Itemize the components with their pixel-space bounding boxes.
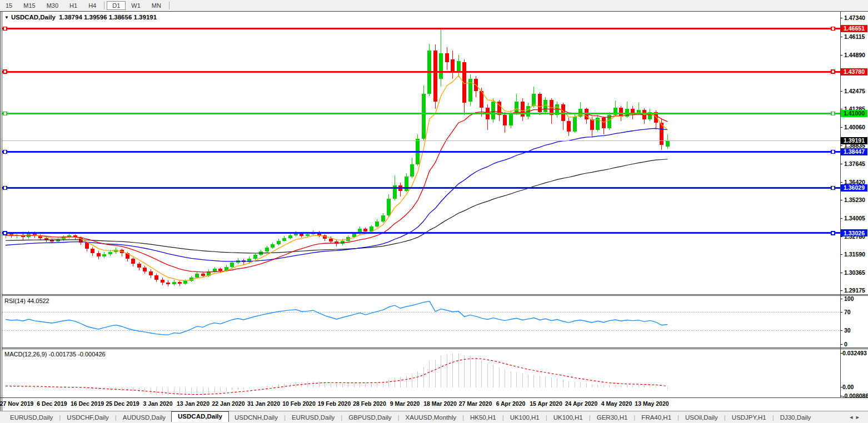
chart-title-ohlc: 1.38794 1.39596 1.38656 1.39191 xyxy=(59,14,157,21)
price-axis-label: 1.31590 xyxy=(844,251,865,258)
current-price-tag: 1.39191 xyxy=(841,137,867,144)
time-axis-label: 31 Jan 2020 xyxy=(247,400,280,407)
rsi-axis-label: 70 xyxy=(844,309,851,315)
chart-tab-dj30-15[interactable]: DJ30,Daily xyxy=(775,413,817,422)
price-axis-label: 1.47340 xyxy=(844,14,865,21)
macd-name: MACD(12,26,9) xyxy=(4,351,47,357)
level-price-tag: 1.38447 xyxy=(841,148,867,155)
time-axis-label: 4 May 2020 xyxy=(601,400,632,407)
rsi-axis-label: 30 xyxy=(844,327,851,334)
chart-title-symbol: USDCAD,Daily xyxy=(11,14,56,21)
macd-axis-label: 0.00 xyxy=(842,384,854,390)
price-axis-label: 1.34005 xyxy=(844,215,865,221)
chart-tab-xauusd-7[interactable]: XAUUSD,Monthly xyxy=(400,413,462,422)
tab-scroll-left-icon[interactable]: ◂ xyxy=(850,414,856,420)
time-axis-label: 15 Apr 2020 xyxy=(530,400,562,407)
level-price-tag: 1.33026 xyxy=(841,229,867,236)
time-axis-label: 24 Apr 2020 xyxy=(565,400,598,407)
symbol-dropdown-icon[interactable]: ▼ xyxy=(4,15,9,20)
time-axis-label: 27 Nov 2019 xyxy=(0,400,34,407)
rsi-axis-label: 100 xyxy=(844,295,854,302)
chart-tab-usdjpy-14[interactable]: USDJPY,H1 xyxy=(726,413,772,422)
rsi-value: 44.0522 xyxy=(27,298,49,304)
macd-indicator-label: MACD(12,26,9) -0.001735 -0.000426 xyxy=(4,351,106,357)
time-axis-label: 28 Feb 2020 xyxy=(353,400,386,407)
level-price-tag: 1.43780 xyxy=(841,68,867,75)
time-axis-label: 16 Dec 2019 xyxy=(71,400,104,407)
price-axis-label: 1.42475 xyxy=(844,88,865,94)
rsi-indicator-label: RSI(14) 44.0522 xyxy=(4,298,49,304)
time-axis-label: 13 Jan 2020 xyxy=(177,400,209,407)
terminal-window: 15M15M30H1H4D1W1MN 1.473401.461151.44890… xyxy=(0,0,868,423)
chart-tab-eurusd-5[interactable]: EURUSD,Daily xyxy=(286,413,340,422)
time-axis-label: 27 Mar 2020 xyxy=(459,400,492,407)
chart-tab-audusd-2[interactable]: AUDUSD,Daily xyxy=(117,413,171,422)
time-axis-label: 13 May 2020 xyxy=(635,400,669,407)
chart-tab-gbpusd-6[interactable]: GBPUSD,Daily xyxy=(343,413,397,422)
price-axis-label: 1.37645 xyxy=(844,160,865,167)
tab-scroll-right-icon[interactable]: ▸ xyxy=(856,414,862,420)
chart-tab-usdcad-3[interactable]: USDCAD,Daily xyxy=(171,411,229,422)
time-axis-label: 6 Dec 2019 xyxy=(37,400,67,407)
price-axis-label: 1.35230 xyxy=(844,197,865,203)
time-axis-label: 9 Mar 2020 xyxy=(390,400,420,407)
price-axis-label: 1.30365 xyxy=(844,269,865,276)
chart-tab-fra40-12[interactable]: FRA40,H1 xyxy=(636,413,677,422)
chart-canvas[interactable]: 1.473401.461151.448901.436651.424751.412… xyxy=(0,0,868,411)
price-axis-label: 1.46115 xyxy=(844,33,865,40)
chart-tab-usdchf-1[interactable]: USDCHF,Daily xyxy=(61,413,114,422)
time-axis[interactable]: 27 Nov 20196 Dec 201916 Dec 201925 Dec 2… xyxy=(0,400,669,407)
rsi-name: RSI(14) xyxy=(4,298,26,304)
chart-tab-usdcnh-4[interactable]: USDCNH,Daily xyxy=(229,413,283,422)
level-price-tag: 1.36029 xyxy=(841,184,867,192)
time-axis-label: 19 Feb 2020 xyxy=(318,400,351,407)
time-axis-label: 10 Feb 2020 xyxy=(282,400,316,407)
svg-text:1.36029: 1.36029 xyxy=(844,184,865,191)
chart-tab-ger30-11[interactable]: GER30,H1 xyxy=(591,413,633,422)
chart-tab-uk100-9[interactable]: UK100,H1 xyxy=(505,413,545,422)
macd-axis-label: 0.032493 xyxy=(842,350,867,356)
price-axis-label: 1.29175 xyxy=(844,287,865,294)
price-axis-label: 1.40060 xyxy=(844,124,865,130)
chart-tab-hk50-8[interactable]: HK50,H1 xyxy=(465,413,502,422)
time-axis-label: 22 Jan 2020 xyxy=(212,400,245,407)
time-axis-label: 25 Dec 2019 xyxy=(106,400,139,407)
svg-text:1.39191: 1.39191 xyxy=(844,137,865,144)
chart-tab-eurusd-0[interactable]: EURUSD,Daily xyxy=(4,413,58,422)
svg-text:1.38447: 1.38447 xyxy=(844,148,865,155)
chart-title: ▼USDCAD,Daily 1.38794 1.39596 1.38656 1.… xyxy=(4,14,157,21)
chart-tab-usoil-13[interactable]: USOil,Daily xyxy=(680,413,724,422)
price-axis-label: 1.44890 xyxy=(844,52,865,58)
macd-values: -0.001735 -0.000426 xyxy=(48,351,105,357)
svg-text:1.41000: 1.41000 xyxy=(844,110,865,117)
macd-axis-label: -0.008086 xyxy=(842,392,868,399)
level-price-tag: 1.41000 xyxy=(841,110,867,117)
svg-text:1.43780: 1.43780 xyxy=(844,68,865,75)
svg-text:1.46651: 1.46651 xyxy=(844,25,865,32)
svg-text:1.33026: 1.33026 xyxy=(844,230,865,236)
level-price-tag: 1.46651 xyxy=(841,25,867,32)
chart-tab-bar: EURUSD,Daily|USDCHF,Daily|AUDUSD,DailyUS… xyxy=(0,411,868,423)
time-axis-label: 3 Jan 2020 xyxy=(143,400,172,407)
chart-tab-uk100-10[interactable]: UK100,H1 xyxy=(548,413,588,422)
tab-scroll-arrows: ◂▸ xyxy=(850,414,868,421)
time-axis-label: 6 Apr 2020 xyxy=(496,400,526,407)
rsi-axis-label: 0 xyxy=(844,341,847,348)
time-axis-label: 18 Mar 2020 xyxy=(423,400,457,407)
